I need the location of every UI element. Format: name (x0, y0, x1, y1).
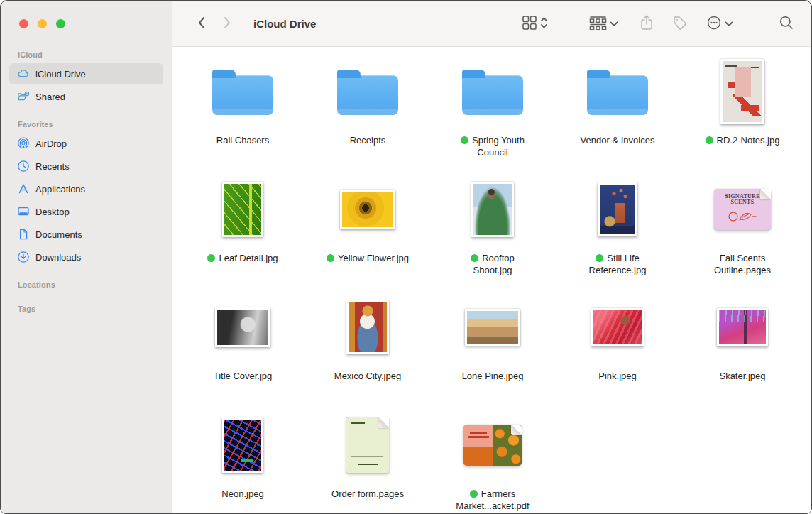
view-options-button[interactable] (517, 12, 552, 35)
icloud-synced-dot (706, 136, 713, 144)
finder-window: iCloudiCloud DriveSharedFavoritesAirDrop… (0, 0, 812, 514)
file-label: Neon.jpeg (221, 488, 263, 500)
sidebar-item-label: Shared (35, 92, 65, 102)
file-item-farmers-market-acket-pdf[interactable]: Farmers Market...acket.pdf (430, 409, 555, 513)
share-icon (640, 14, 654, 33)
file-item-skater-jpeg[interactable]: Skater.jpeg (680, 291, 805, 409)
forward-button[interactable] (217, 13, 238, 35)
search-icon (779, 15, 794, 33)
file-item-still-life-reference-jpg[interactable]: Still Life Reference.jpg (555, 173, 680, 291)
file-item-title-cover-jpg[interactable]: Title Cover.jpg (180, 291, 305, 409)
ellipsis-circle-icon (706, 15, 722, 33)
share-button[interactable] (635, 11, 658, 36)
file-item-fall-scents-outline-pages[interactable]: SIGNATURE SCENTSFall Scents Outline.page… (680, 173, 805, 291)
file-item-spring-youth-council[interactable]: Spring Youth Council (430, 55, 555, 173)
tags-button[interactable] (668, 12, 692, 35)
file-item-leaf-detail-jpg[interactable]: Leaf Detail.jpg (180, 173, 305, 291)
file-label: Order form.pages (331, 488, 404, 500)
folder-icon (305, 55, 430, 128)
icloud-synced-dot (327, 254, 334, 262)
file-label: Still Life Reference.jpg (575, 252, 660, 276)
file-label: Leaf Detail.jpg (207, 252, 278, 264)
icloud-synced-dot (470, 490, 478, 498)
close-button[interactable] (19, 19, 28, 28)
file-item-rail-chasers[interactable]: Rail Chasers (180, 55, 305, 173)
sidebar: iCloudiCloud DriveSharedFavoritesAirDrop… (1, 1, 172, 513)
sidebar-item-desktop[interactable]: Desktop (9, 201, 163, 222)
toolbar: iCloud Drive (172, 1, 811, 47)
file-label: Mexico City.jpeg (334, 370, 401, 382)
file-browser: Rail ChasersReceiptsSpring Youth Council… (172, 47, 811, 513)
folder-icon (430, 55, 555, 128)
file-thumbnail (305, 291, 430, 363)
sidebar-item-label: Documents (35, 229, 82, 240)
chevron-down-icon (610, 18, 618, 29)
file-thumbnail (305, 409, 430, 481)
file-item-rooftop-shoot-jpg[interactable]: Rooftop Shoot.jpg (430, 173, 555, 291)
file-label: Yellow Flower.jpg (327, 252, 409, 264)
file-item-neon-jpeg[interactable]: Neon.jpeg (180, 409, 305, 513)
file-thumbnail (180, 291, 305, 363)
file-item-vendor-invoices[interactable]: Vendor & Invoices (555, 55, 680, 173)
sidebar-item-icloud-drive[interactable]: iCloud Drive (9, 63, 163, 84)
group-by-button[interactable] (585, 13, 622, 35)
sidebar-section-title-icloud: iCloud (1, 50, 172, 62)
more-actions-button[interactable] (702, 12, 737, 35)
minimize-button[interactable] (38, 19, 47, 28)
folder-icon (180, 55, 305, 128)
clock-icon (16, 159, 31, 173)
file-item-pink-jpeg[interactable]: Pink.jpeg (555, 291, 680, 409)
file-item-lone-pine-jpeg[interactable]: Lone Pine.jpeg (430, 291, 555, 409)
file-item-mexico-city-jpeg[interactable]: Mexico City.jpeg (305, 291, 430, 409)
document-icon (16, 227, 31, 241)
sidebar-item-shared[interactable]: Shared (9, 86, 163, 107)
sidebar-item-label: Desktop (35, 207, 70, 217)
file-item-receipts[interactable]: Receipts (305, 55, 430, 173)
file-thumbnail (430, 409, 555, 481)
file-label: Skater.jpeg (719, 370, 765, 382)
sidebar-item-label: Recents (35, 161, 70, 172)
file-thumbnail (555, 291, 680, 363)
sidebar-item-documents[interactable]: Documents (9, 224, 163, 245)
zoom-button[interactable] (56, 19, 65, 28)
file-label: Receipts (350, 134, 386, 146)
file-label: Title Cover.jpg (214, 370, 273, 382)
window-title: iCloud Drive (253, 18, 316, 30)
file-thumbnail (555, 173, 680, 246)
sidebar-item-applications[interactable]: Applications (9, 178, 163, 199)
file-label: Rail Chasers (216, 134, 269, 146)
icloud-synced-dot (461, 136, 468, 144)
file-label: RD.2-Notes.jpg (706, 134, 780, 146)
file-label: Lone Pine.jpeg (462, 370, 524, 382)
file-grid: Rail ChasersReceiptsSpring Youth Council… (180, 55, 804, 513)
desktop-icon (16, 204, 31, 219)
icloud-synced-dot (596, 254, 603, 262)
sidebar-item-recents[interactable]: Recents (9, 155, 163, 177)
folded-corner (760, 189, 771, 199)
folded-corner (511, 425, 522, 435)
file-thumbnail (430, 291, 555, 363)
file-item-yellow-flower-jpg[interactable]: Yellow Flower.jpg (305, 173, 430, 291)
chevron-right-icon (223, 16, 232, 32)
grid-view-icon (522, 15, 537, 33)
icloud-synced-dot (207, 254, 215, 262)
back-button[interactable] (191, 13, 212, 35)
sidebar-item-downloads[interactable]: Downloads (9, 246, 163, 268)
group-icon (589, 16, 607, 32)
chevron-left-icon (197, 16, 206, 32)
file-thumbnail (180, 409, 305, 481)
file-label: Fall Scents Outline.pages (700, 252, 785, 276)
sidebar-item-airdrop[interactable]: AirDrop (9, 133, 163, 154)
sidebar-section-title-tags: Tags (1, 305, 172, 316)
search-button[interactable] (774, 12, 799, 35)
airdrop-icon (16, 136, 31, 151)
sidebar-item-label: iCloud Drive (35, 69, 86, 80)
file-item-rd-2-notes-jpg[interactable]: RD.2-Notes.jpg (680, 55, 805, 173)
sidebar-item-label: Downloads (35, 252, 81, 263)
tag-icon (672, 15, 688, 33)
file-item-order-form-pages[interactable]: Order form.pages (305, 409, 430, 513)
file-thumbnail: SIGNATURE SCENTS (680, 173, 805, 246)
chevron-up-down-icon (540, 16, 548, 32)
window-controls (1, 1, 172, 38)
file-label: Rooftop Shoot.jpg (450, 252, 535, 276)
